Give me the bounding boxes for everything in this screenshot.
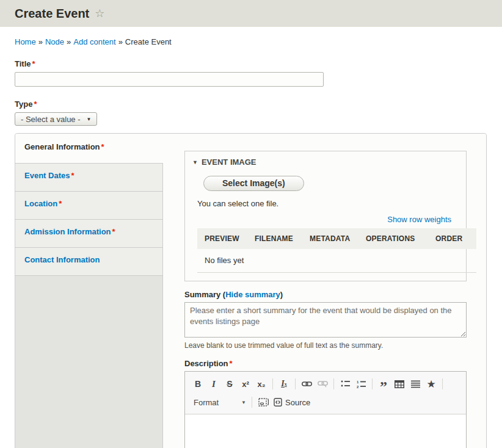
- required-marker: *: [59, 199, 62, 208]
- toolbar-separator: [272, 378, 273, 389]
- toolbar-separator: [372, 378, 373, 389]
- required-marker: *: [34, 99, 37, 109]
- tab-location[interactable]: Location*: [15, 192, 162, 220]
- column-header-order: ORDER: [435, 234, 469, 243]
- tab-pane-general-information: ▼EVENT IMAGE Select Image(s) You can sel…: [162, 134, 486, 448]
- blockquote-icon[interactable]: ”: [376, 379, 391, 394]
- tab-contact-information[interactable]: Contact Information: [15, 248, 162, 276]
- numbered-list-icon[interactable]: 12: [353, 377, 369, 391]
- breadcrumb-current: Create Event: [125, 37, 172, 46]
- breadcrumb-separator: »: [118, 37, 123, 46]
- toolbar-separator: [333, 378, 334, 389]
- description-label: Description*: [184, 359, 467, 368]
- format-dropdown[interactable]: Format ▼: [190, 395, 249, 410]
- toolbar-separator: [442, 378, 443, 389]
- unlink-icon[interactable]: [315, 377, 330, 391]
- svg-text:1: 1: [357, 380, 359, 384]
- tab-general-information[interactable]: General Information*: [15, 134, 163, 164]
- column-header-metadata: METADATA: [310, 234, 366, 243]
- toolbar-separator: [252, 397, 252, 408]
- vertical-tabs-container: General Information* Event Dates* Locati…: [15, 133, 487, 448]
- summary-textarea[interactable]: [184, 302, 467, 338]
- rich-text-editor: B I S x² x₂ Ix: [184, 371, 467, 448]
- star-icon[interactable]: ★: [423, 377, 439, 391]
- title-input[interactable]: [15, 72, 324, 87]
- remove-format-icon[interactable]: Ix: [276, 377, 292, 391]
- required-marker: *: [230, 359, 233, 368]
- file-select-help: You can select one file.: [197, 199, 459, 208]
- summary-help-text: Leave blank to use trimmed value of full…: [184, 341, 467, 350]
- column-header-operations: OPERATIONS: [366, 234, 435, 243]
- required-marker: *: [32, 59, 35, 68]
- event-image-legend[interactable]: ▼EVENT IMAGE: [192, 157, 459, 167]
- strikethrough-icon[interactable]: S: [222, 377, 238, 391]
- superscript-icon[interactable]: x²: [238, 377, 253, 391]
- breadcrumb-link-add-content[interactable]: Add content: [73, 37, 115, 46]
- svg-text:2: 2: [357, 385, 359, 388]
- select-images-button[interactable]: Select Image(s): [203, 176, 304, 191]
- breadcrumb-separator: »: [38, 37, 43, 46]
- source-button[interactable]: Source: [271, 398, 313, 407]
- files-table-header: PREVIEW FILENAME METADATA OPERATIONS ORD…: [197, 228, 476, 249]
- event-image-fieldset: ▼EVENT IMAGE Select Image(s) You can sel…: [184, 151, 467, 281]
- page-header: Create Event ☆: [0, 0, 502, 27]
- files-table-empty-row: No files yet: [197, 249, 476, 273]
- type-select-value: - Select a value -: [21, 115, 81, 124]
- page-title: Create Event: [15, 7, 89, 21]
- chevron-down-icon: ▼: [241, 400, 246, 405]
- editor-content-area[interactable]: [185, 414, 466, 448]
- tab-admission-information[interactable]: Admission Information*: [15, 220, 162, 248]
- show-row-weights-link[interactable]: Show row weights: [192, 215, 451, 224]
- justify-lines-icon[interactable]: [407, 377, 423, 391]
- favorite-star-icon[interactable]: ☆: [95, 8, 104, 19]
- summary-label: Summary (Hide summary): [184, 290, 467, 299]
- required-marker: *: [101, 142, 104, 151]
- breadcrumb-link-home[interactable]: Home: [15, 37, 36, 46]
- vertical-tabs-menu: General Information* Event Dates* Locati…: [15, 134, 162, 448]
- hide-summary-link[interactable]: Hide summary: [225, 290, 280, 299]
- italic-icon[interactable]: I: [206, 377, 222, 391]
- show-blocks-icon[interactable]: [255, 395, 271, 410]
- required-marker: *: [71, 171, 74, 180]
- bold-icon[interactable]: B: [190, 377, 206, 391]
- chevron-down-icon: ▼: [87, 117, 92, 122]
- type-label: Type*: [15, 99, 487, 109]
- toolbar-separator: [295, 378, 296, 389]
- link-icon[interactable]: [299, 377, 315, 391]
- column-header-filename: FILENAME: [255, 234, 310, 243]
- collapse-arrow-icon: ▼: [192, 159, 198, 165]
- table-icon[interactable]: [391, 377, 407, 391]
- editor-toolbar: B I S x² x₂ Ix: [185, 372, 466, 414]
- column-header-preview: PREVIEW: [205, 234, 255, 243]
- bulleted-list-icon[interactable]: [337, 377, 353, 391]
- type-select[interactable]: - Select a value - ▼: [15, 112, 97, 126]
- title-label: Title*: [15, 59, 487, 68]
- tab-event-dates[interactable]: Event Dates*: [15, 164, 162, 192]
- required-marker: *: [112, 227, 115, 236]
- files-table: PREVIEW FILENAME METADATA OPERATIONS ORD…: [197, 228, 476, 273]
- breadcrumb: Home»Node»Add content»Create Event: [15, 37, 487, 46]
- breadcrumb-link-node[interactable]: Node: [45, 37, 64, 46]
- subscript-icon[interactable]: x₂: [253, 377, 269, 391]
- breadcrumb-separator: »: [67, 37, 71, 46]
